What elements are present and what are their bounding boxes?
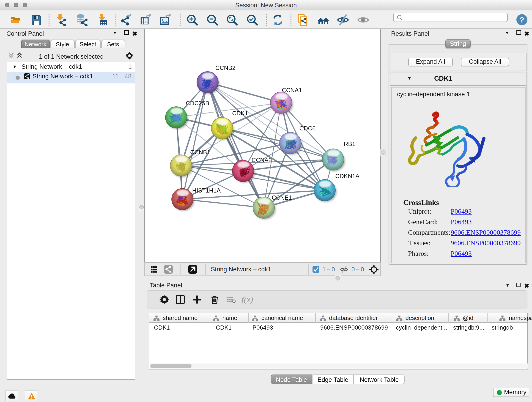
svg-text:CCNE1: CCNE1	[272, 194, 292, 201]
svg-text:CDK1: CDK1	[232, 109, 248, 116]
svg-text:CCNB2: CCNB2	[215, 64, 235, 71]
svg-text:CCNA1: CCNA1	[282, 86, 302, 93]
svg-text:CDC6: CDC6	[299, 125, 316, 132]
svg-text:HIST1H1A: HIST1H1A	[192, 187, 221, 194]
svg-text:f(x): f(x)	[241, 295, 253, 304]
svg-text:CDKN1A: CDKN1A	[335, 172, 360, 179]
svg-text:CCNA2: CCNA2	[252, 156, 272, 163]
svg-text:CCNB1: CCNB1	[190, 148, 210, 155]
svg-text:CDC25B: CDC25B	[186, 99, 209, 106]
svg-text:RB1: RB1	[344, 140, 355, 147]
